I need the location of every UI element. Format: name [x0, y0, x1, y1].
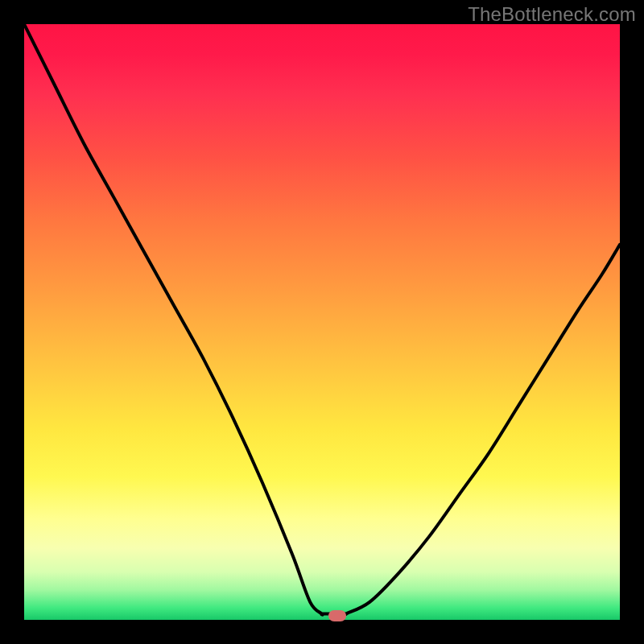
bottleneck-curve: [24, 24, 620, 620]
watermark-text: TheBottleneck.com: [468, 3, 636, 26]
plot-area: [24, 24, 620, 620]
minimum-marker: [328, 610, 346, 621]
outer-frame: TheBottleneck.com: [0, 0, 644, 644]
